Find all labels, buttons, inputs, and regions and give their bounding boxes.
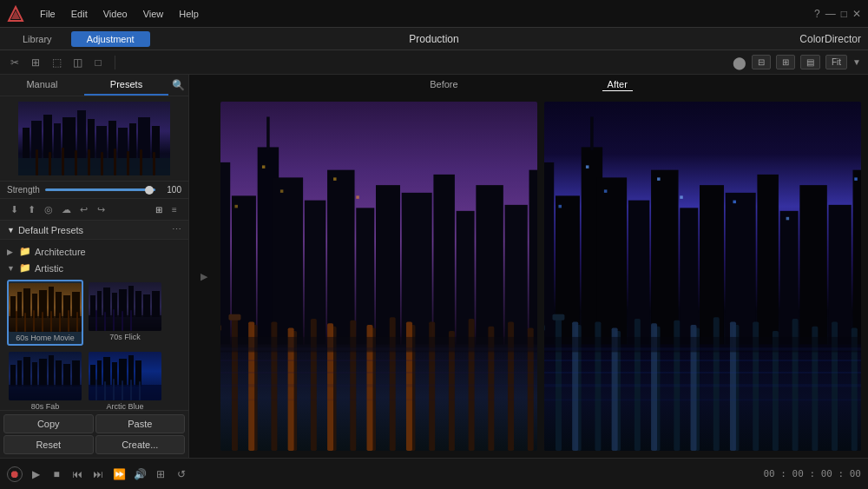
title-bar: File Edit Video View Help ? — □ ✕ [0,0,868,28]
panel-search-icon[interactable]: 🔍 [172,79,185,91]
stop-button[interactable]: ■ [49,466,64,482]
preset-grid: 60s Home Movie [0,276,188,410]
fast-forward-button[interactable]: ⏩ [111,466,127,482]
svg-rect-195 [853,170,861,345]
svg-rect-38 [16,311,17,332]
cloud-preset-icon[interactable]: ☁ [59,202,73,216]
svg-rect-208 [657,177,660,180]
create-button[interactable]: Create... [95,435,186,454]
svg-rect-3 [23,128,30,158]
record-button[interactable]: ⏺ [7,466,23,482]
svg-rect-20 [75,150,77,175]
loop-button[interactable]: ↺ [174,466,189,482]
presets-list: ▶ 📁 Architecture ▼ 📁 Artistic [0,240,188,410]
svg-rect-59 [113,309,115,331]
preset-80s-thumbnail [9,352,82,400]
next-frame-button[interactable]: ⏭ [90,466,106,482]
artistic-folder-icon: 📁 [19,262,31,274]
transform-tool-icon[interactable]: ◫ [69,55,85,70]
svg-rect-19 [62,148,64,175]
svg-rect-260 [544,400,861,401]
view-grid-icon[interactable]: ⊞ [776,55,795,69]
menu-video[interactable]: Video [96,6,135,22]
copy-button[interactable]: Copy [3,414,94,433]
fit-btn[interactable]: Fit [825,55,847,69]
svg-rect-13 [129,123,136,158]
svg-rect-207 [604,189,607,192]
view-circle-icon[interactable]: ⬤ [733,56,746,69]
menu-view[interactable]: View [136,6,171,22]
svg-rect-5 [43,115,52,158]
svg-rect-7 [62,117,76,158]
svg-rect-37 [9,316,82,332]
minimize-icon[interactable]: — [825,8,836,20]
strength-slider[interactable] [45,188,155,191]
camera-preset-icon[interactable]: ◎ [42,202,56,216]
svg-rect-47 [90,295,95,317]
crop-tool-icon[interactable]: ⬚ [49,55,64,70]
scroll-left-arrow[interactable]: ▶ [196,271,214,282]
help-icon[interactable]: ? [814,8,820,20]
preset-60s-home-movie[interactable]: 60s Home Movie [7,280,83,346]
undo-icon[interactable]: ↩ [76,202,90,216]
svg-rect-67 [39,359,47,387]
menu-edit[interactable]: Edit [64,6,95,22]
section-artistic[interactable]: ▼ 📁 Artistic [0,260,188,276]
select-tool-icon[interactable]: □ [90,55,106,70]
svg-rect-103 [273,177,303,344]
close-icon[interactable]: ✕ [852,8,861,20]
move-tool-icon[interactable]: ⊞ [28,55,43,70]
svg-rect-111 [476,185,503,345]
svg-rect-102 [266,116,269,149]
preset-70s-flick[interactable]: 70s Flick [87,280,163,346]
tab-manual[interactable]: Manual [0,75,84,96]
strength-slider-thumb[interactable] [145,186,154,195]
svg-rect-105 [327,170,354,345]
section-architecture[interactable]: ▶ 📁 Architecture [0,243,188,260]
collapse-arrow-icon[interactable]: ▼ [7,226,15,235]
preset-tools-row: ⬇ ⬆ ◎ ☁ ↩ ↪ ⊞ ≡ [0,199,188,221]
svg-rect-64 [17,360,22,387]
svg-rect-163 [228,314,240,320]
nav-library[interactable]: Library [7,31,68,47]
presets-menu-icon[interactable]: ⋯ [172,224,181,235]
cut-tool-icon[interactable]: ✂ [7,55,23,70]
preset-arctic-blue[interactable]: Arctic Blue [87,349,163,410]
grid-timeline-button[interactable]: ⊞ [153,466,168,482]
svg-rect-209 [680,195,682,198]
svg-rect-48 [97,291,102,317]
maximize-icon[interactable]: □ [841,8,847,20]
svg-rect-170 [220,360,537,361]
view-options-icon[interactable]: ⊟ [752,55,771,69]
svg-rect-206 [586,165,589,168]
audio-button[interactable]: 🔊 [132,466,148,482]
upload-preset-icon[interactable]: ⬆ [24,202,38,216]
paste-button[interactable]: Paste [95,414,186,433]
svg-rect-205 [558,205,561,208]
grid-view-icon[interactable]: ⊞ [152,202,166,216]
menu-help[interactable]: Help [172,6,206,22]
list-view-icon[interactable]: ≡ [168,202,181,216]
architecture-label: Architecture [35,247,86,257]
prev-frame-button[interactable]: ⏮ [69,466,85,482]
before-label[interactable]: Before [424,78,463,91]
nav-adjustment[interactable]: Adjustment [71,31,150,47]
before-after-labels: Before After [189,75,868,95]
download-preset-icon[interactable]: ⬇ [7,202,21,216]
svg-rect-108 [402,193,432,345]
svg-rect-39 [24,313,26,332]
view-layout-icon[interactable]: ▤ [800,55,820,69]
svg-rect-125 [280,189,283,192]
svg-rect-191 [757,175,778,345]
preset-arctic-thumbnail [89,352,161,400]
app-title: ColorDirector [799,33,861,45]
preset-70s-label: 70s Flick [109,333,141,341]
redo-icon[interactable]: ↪ [94,202,108,216]
after-label[interactable]: After [602,78,633,91]
play-button[interactable]: ▶ [28,466,43,482]
preset-80s-fab[interactable]: 80s Fab [7,349,83,410]
menu-file[interactable]: File [33,6,62,22]
tab-presets[interactable]: Presets [84,75,168,96]
reset-button[interactable]: Reset [3,435,94,454]
zoom-dropdown-icon[interactable]: ▼ [852,57,861,67]
